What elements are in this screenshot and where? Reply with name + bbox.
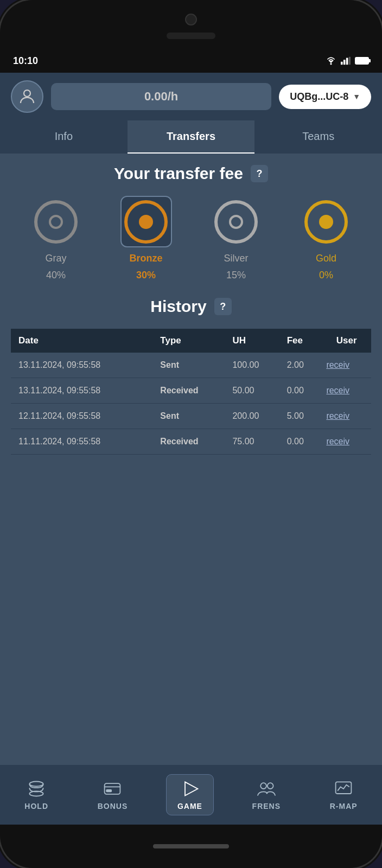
cell-user[interactable]: receiv: [322, 429, 371, 455]
cell-uh: 200.00: [228, 404, 282, 429]
nav-bonus[interactable]: BONUS: [87, 775, 139, 815]
tier-bronze-dot: [139, 215, 153, 229]
nav-game-label: GAME: [177, 802, 202, 810]
history-section: History ? Date Type UH Fee User: [11, 297, 371, 455]
home-bar: [153, 844, 229, 848]
history-help[interactable]: ?: [214, 298, 232, 315]
cell-uh: 50.00: [228, 378, 282, 404]
screen: 10:10: [0, 49, 382, 825]
rate-display: 0.00/h: [51, 83, 271, 110]
table-row: 13.11.2024, 09:55:58 Sent 100.00 2.00 re…: [11, 353, 371, 378]
tier-bronze-pct: 30%: [136, 270, 156, 281]
account-selector[interactable]: UQBg...UC-8 ▼: [279, 85, 371, 109]
tier-silver[interactable]: Silver 15%: [211, 196, 262, 281]
tier-gold-label: Gold: [316, 253, 336, 264]
tab-teams[interactable]: Teams: [254, 120, 382, 154]
cell-user[interactable]: receiv: [322, 404, 371, 429]
transfer-fee-title-row: Your transfer fee ?: [11, 164, 371, 183]
tier-gray-label: Gray: [45, 253, 66, 264]
svg-rect-15: [336, 782, 352, 794]
table-row: 13.11.2024, 09:55:58 Received 50.00 0.00…: [11, 378, 371, 404]
cell-user[interactable]: receiv: [322, 353, 371, 378]
tier-gold-circle: [304, 200, 348, 244]
cell-user[interactable]: receiv: [322, 378, 371, 404]
tabs-bar: Info Transfers Teams: [0, 120, 382, 154]
tier-gold-pct: 0%: [319, 270, 333, 281]
status-time: 10:10: [13, 55, 38, 67]
cell-fee: 2.00: [283, 353, 322, 378]
tier-silver-circle: [214, 200, 258, 244]
phone-bottom-bar: [0, 825, 382, 868]
tier-gold-circle-container: [301, 196, 352, 247]
card-icon: [103, 779, 122, 799]
database-icon: [27, 779, 46, 799]
tier-bronze-label: Bronze: [129, 253, 162, 264]
svg-point-14: [268, 783, 273, 789]
phone-device: 10:10: [0, 0, 382, 868]
frens-icon: [256, 779, 277, 799]
nav-hold-label: HOLD: [24, 802, 48, 810]
user-link[interactable]: receiv: [326, 386, 349, 395]
svg-point-6: [24, 90, 30, 97]
signal-icon: [341, 56, 351, 65]
status-bar: 10:10: [0, 49, 382, 73]
wifi-icon: [326, 56, 336, 65]
table-row: 12.11.2024, 09:55:58 Sent 200.00 5.00 re…: [11, 404, 371, 429]
svg-point-7: [30, 782, 43, 787]
bottom-nav: HOLD BONUS: [0, 765, 382, 825]
user-link[interactable]: receiv: [326, 360, 349, 369]
cell-fee: 0.00: [283, 378, 322, 404]
avatar-button[interactable]: [11, 80, 43, 113]
history-table: Date Type UH Fee User 13.11.2024, 09:55:…: [11, 329, 371, 455]
cell-date: 12.11.2024, 09:55:58: [11, 404, 156, 429]
cell-uh: 75.00: [228, 429, 282, 455]
phone-top-bar: [0, 0, 382, 49]
play-icon: [180, 779, 200, 799]
nav-frens[interactable]: FRENS: [241, 775, 291, 815]
main-content: Your transfer fee ? Gray 40%: [0, 154, 382, 765]
transfer-fee-help[interactable]: ?: [251, 165, 268, 182]
svg-point-13: [260, 783, 266, 789]
fee-tiers: Gray 40% Bronze 30%: [11, 196, 371, 281]
tier-gray[interactable]: Gray 40%: [30, 196, 82, 281]
game-icon: [179, 779, 201, 799]
tier-gray-circle-container: [30, 196, 82, 247]
app-content: 0.00/h UQBg...UC-8 ▼ Info Transfers Team…: [0, 73, 382, 825]
tier-bronze[interactable]: Bronze 30%: [120, 196, 172, 281]
status-icons: [326, 56, 369, 65]
account-label: UQBg...UC-8: [290, 91, 348, 103]
speaker: [167, 33, 215, 39]
tier-gray-circle: [34, 200, 78, 244]
tier-bronze-circle-container: [120, 196, 172, 247]
nav-rmap[interactable]: R-MAP: [319, 775, 368, 815]
svg-rect-11: [107, 790, 112, 792]
bonus-icon: [101, 779, 123, 799]
top-header: 0.00/h UQBg...UC-8 ▼: [0, 73, 382, 120]
cell-date: 13.11.2024, 09:55:58: [11, 353, 156, 378]
battery-icon: [355, 57, 369, 65]
col-date: Date: [11, 329, 156, 353]
col-user: User: [322, 329, 371, 353]
tier-gold[interactable]: Gold 0%: [301, 196, 352, 281]
svg-rect-5: [349, 57, 351, 65]
nav-game[interactable]: GAME: [166, 774, 214, 815]
user-link[interactable]: receiv: [326, 437, 349, 446]
group-icon: [257, 779, 276, 799]
chart-icon: [334, 779, 353, 799]
svg-point-1: [330, 63, 332, 65]
tier-gray-pct: 40%: [46, 270, 66, 281]
table-header-row: Date Type UH Fee User: [11, 329, 371, 353]
cell-date: 13.11.2024, 09:55:58: [11, 378, 156, 404]
tier-silver-circle-container: [211, 196, 262, 247]
svg-marker-12: [185, 782, 198, 795]
tier-silver-dot: [229, 215, 243, 229]
history-title-row: History ?: [11, 297, 371, 316]
tab-transfers[interactable]: Transfers: [128, 120, 255, 154]
history-title: History: [150, 297, 206, 316]
cell-fee: 0.00: [283, 429, 322, 455]
tab-info[interactable]: Info: [0, 120, 128, 154]
user-link[interactable]: receiv: [326, 411, 349, 420]
cell-date: 11.11.2024, 09:55:58: [11, 429, 156, 455]
svg-rect-2: [341, 62, 343, 65]
nav-hold[interactable]: HOLD: [14, 775, 59, 815]
